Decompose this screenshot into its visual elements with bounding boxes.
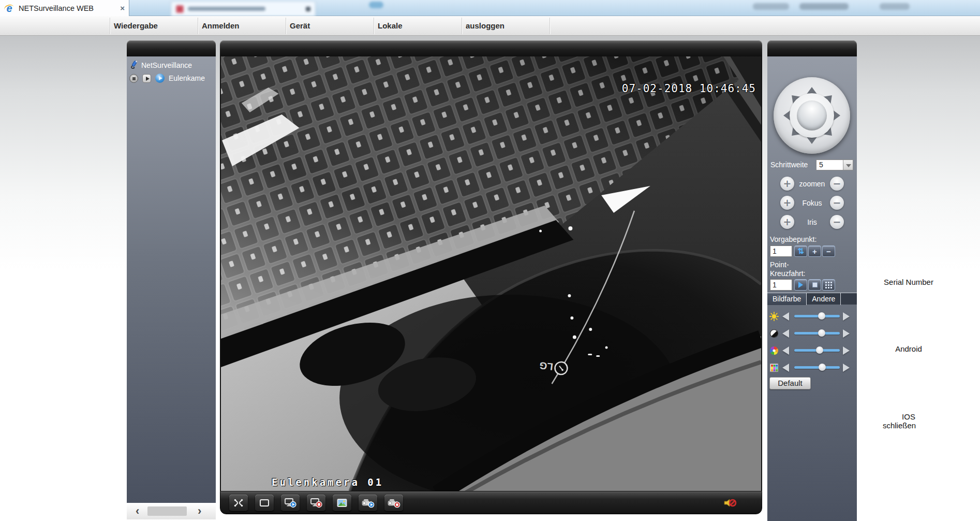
step-size-select[interactable]: 5: [816, 160, 853, 170]
camera-stream-play-icon[interactable]: [155, 74, 165, 83]
hue-slider-thumb[interactable]: [819, 364, 826, 371]
start-record-button[interactable]: [359, 495, 377, 511]
open-all-video-button[interactable]: [281, 495, 300, 511]
background-tab-close-icon[interactable]: [306, 7, 310, 11]
image-settings-tabs: Bildfarbe Andere: [767, 293, 857, 305]
rgb-grid-icon: [769, 363, 779, 372]
iris-close-button[interactable]: −: [830, 215, 844, 229]
monitor-play-icon: [284, 498, 296, 508]
contrast-slider-thumb[interactable]: [818, 329, 825, 337]
tree-root-netsurveillance[interactable]: NetSurveillance: [130, 61, 192, 70]
menu-item-anmelden[interactable]: Anmelden: [199, 16, 243, 36]
scrollbar-thumb[interactable]: [147, 506, 187, 516]
browser-tab-active[interactable]: e NETSurveillance WEB ×: [0, 0, 129, 16]
brightness-increase-arrow[interactable]: [843, 312, 850, 321]
audio-mute-toggle[interactable]: [722, 497, 738, 509]
menu-divider: [550, 18, 550, 34]
saturation-slider-track[interactable]: [794, 349, 840, 352]
video-toolbar: [220, 491, 762, 514]
focus-out-button[interactable]: −: [830, 196, 844, 210]
live-video-panel: LG 07-02-2018 10:46:45 Eulenkamera 01: [220, 40, 762, 514]
hue-decrease-arrow[interactable]: [782, 364, 789, 372]
brightness-slider-track[interactable]: [794, 315, 840, 317]
swap-arrows-icon: ⇅: [797, 247, 804, 256]
menu-item-lokale[interactable]: Lokale: [375, 16, 406, 36]
tab-bildfarbe[interactable]: Bildfarbe: [767, 293, 807, 305]
camera-tree-label[interactable]: Eulenkame: [169, 74, 205, 82]
background-browser-tab[interactable]: [171, 1, 316, 16]
blurred-browser-control: [369, 2, 383, 8]
menu-item-ausloggen[interactable]: ausloggen: [463, 16, 508, 36]
brightness-decrease-arrow[interactable]: [782, 312, 789, 321]
hue-increase-arrow[interactable]: [843, 364, 850, 372]
menu-item-wiedergabe[interactable]: Wiedergabe: [111, 16, 161, 36]
tree-root-label: NetSurveillance: [141, 61, 192, 69]
svg-text:LG: LG: [539, 360, 554, 372]
blurred-window-control: [880, 3, 910, 10]
serial-number-label: Serial Number: [867, 278, 950, 286]
tour-start-button[interactable]: [794, 279, 807, 291]
saturation-decrease-arrow[interactable]: [782, 346, 789, 355]
tree-item-camera[interactable]: Eulenkame: [129, 74, 205, 83]
contrast-decrease-arrow[interactable]: [782, 329, 789, 338]
scroll-left-arrow[interactable]: ‹: [136, 506, 139, 516]
video-panel-header: [220, 40, 762, 56]
default-button[interactable]: Default: [769, 377, 811, 389]
grid-icon: [825, 282, 832, 288]
menu-divider: [110, 18, 110, 34]
camera-status-stop-icon[interactable]: [129, 74, 138, 83]
saturation-color-wheel-icon: [769, 346, 779, 355]
camera-play-icon[interactable]: [142, 74, 151, 83]
saturation-increase-arrow[interactable]: [843, 346, 850, 355]
blurred-tab-text: [188, 7, 265, 11]
ptz-control-panel: Schrittweite 5 + zoomen − + Fokus − + Ir…: [767, 40, 857, 521]
close-all-video-button[interactable]: [307, 495, 325, 511]
stop-record-button[interactable]: [384, 495, 403, 511]
blurred-window-control: [753, 3, 789, 10]
saturation-slider-thumb[interactable]: [816, 346, 823, 354]
video-scene: LG: [221, 56, 761, 491]
fullscreen-button[interactable]: [229, 495, 248, 511]
scroll-right-arrow[interactable]: ›: [198, 506, 201, 516]
device-tree-panel: NetSurveillance Eulenkame ‹ ›: [127, 40, 216, 519]
step-size-label: Schrittweite: [770, 161, 808, 169]
brightness-slider-thumb[interactable]: [818, 312, 825, 320]
video-camera-name-overlay: Eulenkamera 01: [272, 476, 383, 488]
menu-divider: [462, 18, 462, 34]
menu-item-geraet[interactable]: Gerät: [287, 16, 313, 36]
stop-icon: [812, 282, 818, 287]
play-icon: [798, 282, 803, 288]
tour-label-line2: Kreuzfahrt:: [770, 269, 805, 278]
contrast-slider-track[interactable]: [794, 332, 840, 335]
ptz-center-ball[interactable]: [797, 100, 827, 131]
browser-tab-title: NETSurveillance WEB: [19, 4, 116, 12]
preset-goto-button[interactable]: ⇅: [794, 245, 807, 257]
ptz-panel-body: Schrittweite 5 + zoomen − + Fokus − + Ir…: [767, 56, 857, 521]
camcorder-play-icon: [361, 498, 375, 508]
brightness-slider-row: [767, 310, 857, 323]
tour-stop-button[interactable]: [808, 279, 821, 291]
tour-number-input[interactable]: [770, 279, 792, 291]
preset-number-input[interactable]: [770, 245, 792, 257]
netsurveillance-root-icon: [130, 61, 138, 70]
snapshot-button[interactable]: [333, 495, 351, 511]
tab-andere[interactable]: Andere: [807, 293, 841, 305]
tree-horizontal-scrollbar: ‹ ›: [127, 503, 216, 519]
tab-close-icon[interactable]: ×: [120, 4, 125, 12]
tour-label-line1: Point-: [770, 260, 789, 269]
single-window-icon: [259, 498, 270, 508]
contrast-increase-arrow[interactable]: [843, 329, 850, 338]
hue-slider-track[interactable]: [794, 366, 840, 369]
device-tree-header: [127, 40, 216, 56]
preset-add-button[interactable]: +: [808, 245, 821, 257]
ios-label: IOS: [867, 412, 950, 421]
menu-divider: [198, 18, 198, 34]
camera-video-frame: LG 07-02-2018 10:46:45 Eulenkamera 01: [220, 56, 762, 491]
zoom-out-button[interactable]: −: [830, 177, 844, 191]
preset-remove-button[interactable]: −: [822, 245, 835, 257]
ptz-direction-pad: [774, 77, 850, 154]
dropdown-arrow-icon[interactable]: [843, 160, 853, 170]
close-panel-link[interactable]: schließen: [858, 421, 941, 430]
single-window-button[interactable]: [255, 495, 274, 511]
tour-setup-button[interactable]: [822, 279, 835, 291]
